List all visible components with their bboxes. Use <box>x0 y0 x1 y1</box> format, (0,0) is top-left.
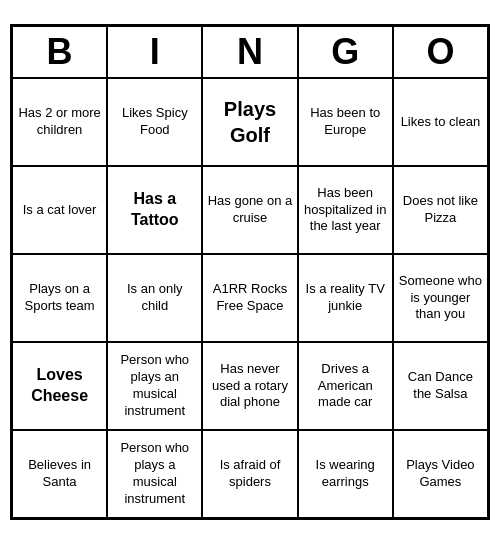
bingo-cell[interactable]: Drives a American made car <box>298 342 393 430</box>
bingo-cell[interactable]: Someone who is younger than you <box>393 254 488 342</box>
header-letter: G <box>298 26 393 78</box>
bingo-cell[interactable]: Likes Spicy Food <box>107 78 202 166</box>
bingo-cell[interactable]: Person who plays a musical instrument <box>107 430 202 518</box>
bingo-cell[interactable]: Does not like Pizza <box>393 166 488 254</box>
bingo-grid: Has 2 or more childrenLikes Spicy FoodPl… <box>12 78 488 518</box>
header-letter: O <box>393 26 488 78</box>
bingo-cell[interactable]: Plays Golf <box>202 78 297 166</box>
bingo-cell[interactable]: Is an only child <box>107 254 202 342</box>
bingo-card: BINGO Has 2 or more childrenLikes Spicy … <box>10 24 490 520</box>
bingo-cell[interactable]: Can Dance the Salsa <box>393 342 488 430</box>
bingo-cell[interactable]: Is wearing earrings <box>298 430 393 518</box>
bingo-cell[interactable]: Has a Tattoo <box>107 166 202 254</box>
bingo-cell[interactable]: Has never used a rotary dial phone <box>202 342 297 430</box>
bingo-cell[interactable]: Is a cat lover <box>12 166 107 254</box>
bingo-cell[interactable]: Person who plays an musical instrument <box>107 342 202 430</box>
header-letter: B <box>12 26 107 78</box>
bingo-header: BINGO <box>12 26 488 78</box>
bingo-cell[interactable]: Believes in Santa <box>12 430 107 518</box>
bingo-cell[interactable]: Has gone on a cruise <box>202 166 297 254</box>
bingo-cell[interactable]: Loves Cheese <box>12 342 107 430</box>
bingo-cell[interactable]: Plays on a Sports team <box>12 254 107 342</box>
bingo-cell[interactable]: Has been hospitalized in the last year <box>298 166 393 254</box>
header-letter: N <box>202 26 297 78</box>
bingo-cell[interactable]: Is afraid of spiders <box>202 430 297 518</box>
bingo-cell[interactable]: A1RR Rocks Free Space <box>202 254 297 342</box>
bingo-cell[interactable]: Has 2 or more children <box>12 78 107 166</box>
bingo-cell[interactable]: Likes to clean <box>393 78 488 166</box>
bingo-cell[interactable]: Plays Video Games <box>393 430 488 518</box>
bingo-cell[interactable]: Has been to Europe <box>298 78 393 166</box>
header-letter: I <box>107 26 202 78</box>
bingo-cell[interactable]: Is a reality TV junkie <box>298 254 393 342</box>
